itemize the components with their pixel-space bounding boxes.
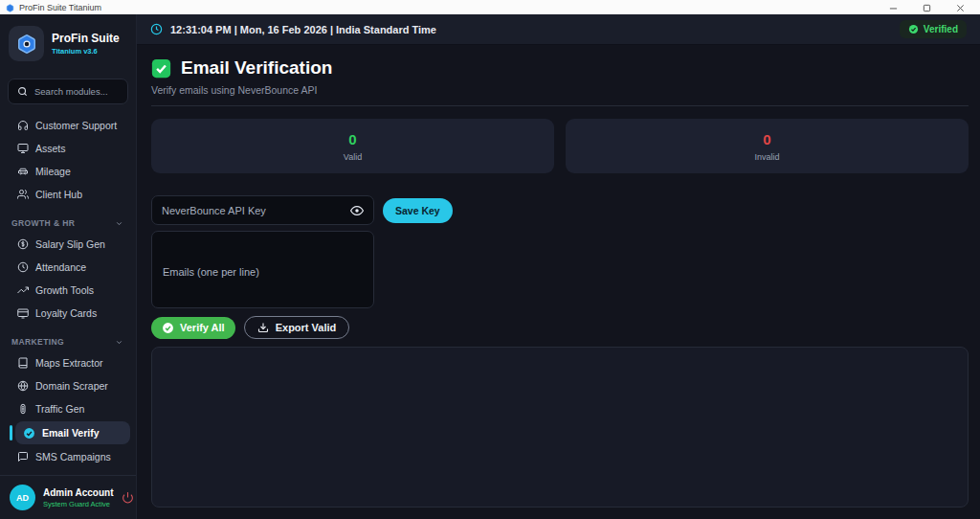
sidebar-item-customer-support[interactable]: Customer Support — [0, 114, 136, 137]
sidebar-item-label: Email Verify — [42, 427, 100, 439]
sidebar-item-attendance[interactable]: Attendance — [0, 256, 136, 279]
page-subtitle: Verify emails using NeverBounce API — [151, 84, 969, 96]
invalid-label: Invalid — [754, 152, 779, 162]
invalid-count: 0 — [763, 131, 770, 147]
section-marketing[interactable]: MARKETING — [0, 325, 136, 351]
module-search[interactable] — [8, 79, 128, 104]
api-key-input[interactable] — [162, 205, 343, 216]
os-title-bar: ProFin Suite Titanium — [0, 0, 980, 14]
sidebar-item-label: Salary Slip Gen — [35, 238, 105, 250]
avatar: AD — [10, 485, 35, 510]
sidebar-nav: Customer Support Assets Mileage Client H… — [0, 108, 136, 475]
traffic-light-icon — [17, 403, 29, 415]
sidebar-item-label: Maps Extractor — [35, 357, 103, 369]
check-circle-icon — [908, 24, 919, 34]
sidebar-item-loyalty-cards[interactable]: Loyalty Cards — [0, 302, 136, 325]
sidebar-item-label: Attendance — [35, 261, 86, 273]
check-badge-icon — [23, 427, 35, 440]
page-head: Email Verification — [151, 57, 969, 79]
sidebar-item-label: Assets — [35, 143, 66, 154]
dollar-circle-icon — [17, 238, 29, 250]
active-indicator — [10, 425, 12, 440]
sidebar-item-label: Mileage — [35, 166, 71, 177]
globe-icon — [17, 380, 29, 392]
eye-icon — [350, 204, 364, 217]
sidebar-item-salary-slip-gen[interactable]: Salary Slip Gen — [0, 233, 136, 256]
sidebar-item-traffic-gen[interactable]: Traffic Gen — [0, 397, 136, 420]
chevron-down-icon — [115, 219, 123, 228]
download-icon — [257, 322, 269, 333]
sidebar-item-sms-campaigns[interactable]: SMS Campaigns — [0, 445, 136, 468]
sidebar: ProFin Suite Titanium v3.6 Customer Supp… — [0, 14, 137, 519]
sidebar-item-maps-extractor[interactable]: Maps Extractor — [0, 351, 136, 374]
credit-card-icon — [17, 307, 29, 319]
verified-badge: Verified — [900, 20, 967, 38]
monitor-icon — [17, 143, 29, 154]
section-label: GROWTH & HR — [11, 218, 75, 228]
sidebar-item-label: SMS Campaigns — [35, 451, 111, 463]
export-valid-button[interactable]: Export Valid — [244, 316, 350, 339]
divider — [151, 105, 969, 106]
users-icon — [17, 189, 29, 200]
sidebar-item-growth-tools[interactable]: Growth Tools — [0, 279, 136, 302]
app-window: ProFin Suite Titanium v3.6 Customer Supp… — [0, 14, 980, 519]
datetime-display: 12:31:04 PM | Mon, 16 Feb 2026 | India S… — [170, 24, 436, 35]
power-icon — [122, 491, 134, 504]
page-title: Email Verification — [181, 57, 332, 79]
stats-row: 0 Valid 0 Invalid — [151, 119, 969, 173]
top-bar: 12:31:04 PM | Mon, 16 Feb 2026 | India S… — [137, 14, 980, 45]
valid-stat-card: 0 Valid — [151, 119, 554, 173]
check-circle-icon — [162, 322, 174, 334]
sidebar-item-label: Customer Support — [35, 120, 117, 131]
chevron-down-icon — [115, 338, 123, 347]
section-label: MARKETING — [11, 337, 64, 347]
save-key-button[interactable]: Save Key — [383, 198, 453, 223]
valid-count: 0 — [348, 131, 356, 147]
sidebar-item-mileage[interactable]: Mileage — [0, 160, 136, 183]
user-status: System Guard Active — [43, 500, 114, 508]
api-key-row: Save Key — [151, 195, 969, 225]
actions-row: Verify All Export Valid — [151, 316, 969, 339]
brand: ProFin Suite Titanium v3.6 — [0, 14, 136, 71]
export-valid-label: Export Valid — [276, 322, 337, 333]
brand-logo — [9, 26, 44, 61]
emails-textarea[interactable] — [151, 231, 374, 308]
brand-version: Titanium v3.6 — [52, 47, 120, 56]
headset-icon — [17, 120, 29, 131]
search-icon — [17, 86, 28, 97]
check-square-icon — [151, 58, 171, 79]
api-key-field-wrap — [151, 195, 374, 225]
logout-button[interactable] — [122, 491, 134, 504]
car-icon — [17, 166, 29, 177]
sidebar-item-label: Client Hub — [35, 189, 82, 200]
verified-label: Verified — [924, 24, 958, 34]
message-icon — [17, 451, 29, 463]
toggle-key-visibility-button[interactable] — [350, 204, 364, 217]
email-verification-page: Email Verification Verify emails using N… — [137, 45, 980, 519]
brand-name: ProFin Suite — [52, 32, 120, 45]
trending-up-icon — [17, 284, 29, 296]
main-area: 12:31:04 PM | Mon, 16 Feb 2026 | India S… — [137, 14, 980, 519]
user-account: AD Admin Account System Guard Active — [0, 475, 136, 519]
sidebar-item-assets[interactable]: Assets — [0, 137, 136, 160]
sidebar-item-domain-scraper[interactable]: Domain Scraper — [0, 374, 136, 397]
sidebar-item-label: Traffic Gen — [35, 403, 84, 415]
sidebar-item-email-verify[interactable]: Email Verify — [15, 421, 130, 444]
clock-icon — [150, 23, 163, 35]
search-input[interactable] — [34, 86, 119, 97]
verify-all-button[interactable]: Verify All — [151, 317, 235, 339]
sidebar-item-label: Domain Scraper — [35, 380, 108, 392]
results-panel — [151, 347, 969, 508]
clock-icon — [17, 261, 29, 273]
sidebar-item-client-hub[interactable]: Client Hub — [0, 183, 136, 206]
invalid-stat-card: 0 Invalid — [566, 119, 969, 173]
section-growth-hr[interactable]: GROWTH & HR — [0, 206, 136, 233]
cube-icon — [16, 34, 37, 55]
sidebar-item-label: Loyalty Cards — [35, 307, 97, 319]
valid-label: Valid — [344, 152, 362, 162]
book-icon — [17, 357, 29, 369]
window-title: ProFin Suite Titanium — [19, 3, 101, 12]
verify-all-label: Verify All — [180, 322, 225, 333]
user-name: Admin Account — [43, 487, 114, 498]
sidebar-item-label: Growth Tools — [35, 284, 94, 296]
